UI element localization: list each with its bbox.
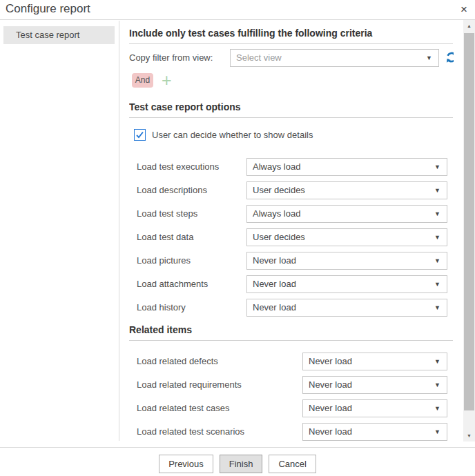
title-bar: Configure report × <box>0 0 475 20</box>
combo-value: Never load <box>309 379 352 390</box>
select-view-combobox[interactable]: Select view ▼ <box>230 49 439 67</box>
row-label: Load attachments <box>137 275 208 293</box>
load-descriptions-combobox[interactable]: User decides▼ <box>246 181 447 199</box>
footer-divider <box>0 447 475 448</box>
plus-icon: + <box>162 70 172 90</box>
chevron-down-icon: ▼ <box>434 276 440 292</box>
row-label: Load related defects <box>137 353 218 370</box>
load-related-test-scenarios-combobox[interactable]: Never load▼ <box>302 423 447 441</box>
options-section-heading: Test case report options <box>129 101 453 118</box>
combo-value: Never load <box>253 279 296 289</box>
load-related-test-cases-combobox[interactable]: Never load▼ <box>302 399 447 417</box>
refresh-button[interactable] <box>445 51 454 63</box>
dialog-title: Configure report <box>6 2 90 16</box>
chevron-down-icon: ▼ <box>434 206 440 222</box>
configure-report-dialog: Configure report × Test case report Incl… <box>0 0 475 476</box>
combo-value: Never load <box>309 426 352 437</box>
chevron-down-icon: ▼ <box>434 424 440 440</box>
load-test-executions-combobox[interactable]: Always load▼ <box>246 158 447 176</box>
combo-value: Always load <box>253 161 300 172</box>
row-label: Load pictures <box>137 252 191 270</box>
vertical-scrollbar[interactable]: ▲ ▼ <box>463 20 475 442</box>
load-test-data-combobox[interactable]: User decides▼ <box>246 228 447 246</box>
load-test-steps-combobox[interactable]: Always load▼ <box>246 205 447 223</box>
row-label: Load test executions <box>137 158 219 176</box>
load-related-defects-combobox[interactable]: Never load▼ <box>302 353 447 370</box>
chevron-down-icon: ▼ <box>434 377 440 393</box>
chevron-down-icon: ▼ <box>426 50 432 66</box>
combo-value: Never load <box>253 255 296 266</box>
combo-value: Always load <box>253 208 300 219</box>
scroll-down-icon[interactable]: ▼ <box>463 430 475 442</box>
checkmark-icon <box>135 130 145 140</box>
copy-filter-label: Copy filter from view: <box>129 49 213 67</box>
load-related-requirements-combobox[interactable]: Never load▼ <box>302 376 447 394</box>
row-label: Load related requirements <box>137 376 242 394</box>
sidebar-divider <box>119 21 119 441</box>
row-label: Load test steps <box>137 205 197 223</box>
refresh-icon <box>445 51 454 63</box>
row-label: Load history <box>137 299 186 317</box>
chevron-down-icon: ▼ <box>434 182 440 199</box>
combo-value: User decides <box>253 185 305 195</box>
scroll-up-icon[interactable]: ▲ <box>463 20 475 32</box>
finish-button[interactable]: Finish <box>220 455 263 473</box>
show-details-checkbox[interactable] <box>134 129 146 141</box>
sidebar: Test case report <box>3 26 115 44</box>
select-view-placeholder: Select view <box>236 52 282 63</box>
add-condition-button[interactable]: + <box>162 73 172 88</box>
chevron-down-icon: ▼ <box>434 229 440 246</box>
load-history-combobox[interactable]: Never load▼ <box>246 299 447 317</box>
sidebar-item-test-case-report[interactable]: Test case report <box>3 26 115 44</box>
close-icon[interactable]: × <box>461 3 467 17</box>
show-details-label: User can decide whether to show details <box>152 126 313 144</box>
chevron-down-icon: ▼ <box>434 400 440 417</box>
previous-button[interactable]: Previous <box>159 455 213 473</box>
combo-value: Never load <box>309 403 352 413</box>
cancel-button[interactable]: Cancel <box>269 455 316 473</box>
filter-section-heading: Include only test cases fulfilling the f… <box>129 28 453 44</box>
and-condition-badge[interactable]: And <box>132 73 153 88</box>
scrollbar-thumb[interactable] <box>464 33 474 410</box>
row-label: Load related test cases <box>137 399 229 417</box>
load-attachments-combobox[interactable]: Never load▼ <box>246 275 447 293</box>
chevron-down-icon: ▼ <box>434 353 440 370</box>
combo-value: Never load <box>253 302 296 313</box>
chevron-down-icon: ▼ <box>434 299 440 316</box>
row-label: Load related test scenarios <box>137 423 244 441</box>
footer-button-bar: Previous Finish Cancel <box>0 455 475 473</box>
related-section-heading: Related items <box>129 324 453 341</box>
combo-value: User decides <box>253 232 305 242</box>
chevron-down-icon: ▼ <box>434 159 440 175</box>
content-panel: Include only test cases fulfilling the f… <box>129 20 454 442</box>
row-label: Load descriptions <box>137 181 207 199</box>
combo-value: Never load <box>309 356 352 366</box>
chevron-down-icon: ▼ <box>434 252 440 269</box>
load-pictures-combobox[interactable]: Never load▼ <box>246 252 447 270</box>
row-label: Load test data <box>137 228 193 246</box>
